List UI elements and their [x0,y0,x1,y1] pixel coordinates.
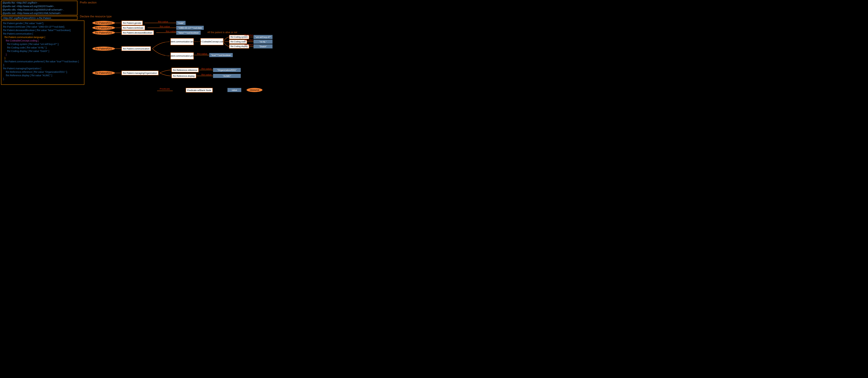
code-line: fhir:Patient.birthDate [ fhir:value "196… [2,25,83,28]
prefix-line: @prefix rdfs: <http://www.w3.org/2000/01… [1,8,77,11]
predicate-blank-node: fhir:Patient.communication [122,47,151,51]
value-node: "true"^^xsd:boolean [209,53,233,57]
code-line: fhir:Coding.display [ fhir:value "Dutch"… [2,49,83,53]
prefix-line: @prefix xsd: <http://www.w3.org/2001/XML… [1,11,77,15]
predicate-blank-node: fhir:Patient.managingOrganization [122,71,158,75]
predicate-blank-node: fhir:Patient.deceasedBoolean [122,30,154,35]
declare-box: <http://hl7.org/fhir/Patient/f201> a fhi… [1,16,78,20]
predicate-blank-node: fhir:Patient.birthDate [122,26,145,30]
legend-value: value [227,88,241,92]
predicate-blank-node: fhir:Patient.communication.language [170,38,194,45]
predicate-label: fhir:value [160,25,170,28]
code-line: fhir:Patient.communication.preferred [ f… [2,60,83,63]
predicate-blank-node: fhir:Patient.gender [122,21,143,25]
predicate-blank-node: fhir:Reference.display [172,74,196,78]
code-line: ]; [2,63,83,67]
resource-node: fhir:Patient/f201 [92,71,115,75]
predicate-label: fhir:value [202,73,212,76]
prefix-line: @prefix fhir: <http://hl7.org/fhir/> . [1,1,77,4]
body-box: fhir:Patient.gender [ fhir:value "male"]… [1,21,84,85]
predicate-label: fhir:value [158,20,168,23]
declare-type-label: Declare the resource type [80,15,112,18]
predicate-blank-node: fhir:Reference.reference [172,68,198,72]
value-node: "urn:ietf:bcp:47" [253,35,273,39]
value-node: "Organization/f201" [213,68,241,72]
predicate-label: fhir:value [244,34,253,36]
prefix-box: @prefix fhir: <http://hl7.org/fhir/> . @… [1,1,78,15]
code-line: fhir:Patient.managingOrganization [ [2,67,83,70]
value-node: "male" [176,21,186,25]
resource-node: fhir:Patient/f201 [92,31,115,35]
legend-predicate-blank: Predicate w/Blank Node [186,88,213,92]
code-line: fhir:Reference.display [ fhir:value "AUM… [2,74,83,77]
predicate-label: fhir:value [244,39,253,41]
legend-resource: resource [247,88,262,92]
resource-node: fhir:Patient/f201 [92,21,115,25]
prefix-section-label: Prefix section [80,1,96,4]
value-node: "false"^^xsd:boolean [176,31,201,35]
code-line: fhir:Coding.system [ fhir:value "urn:iet… [2,42,83,46]
code-line: ]; [2,56,83,60]
predicate-label: fhir:value [197,53,207,55]
code-line: fhir:Coding.code [ fhir:value "nl-NL" ]; [2,46,83,49]
alive-comment: #If the patient is alive or not [208,31,237,34]
predicate-label: fhir:value [202,67,212,70]
resource-node: fhir:Patient/f201 [92,47,115,51]
legend-predicate-line [157,91,173,91]
value-node: "Dutch" [253,44,273,49]
code-line: fhir:Patient.gender [ fhir:value "male"]… [2,22,83,25]
value-node: "nl-NL" [253,39,273,44]
predicate-label: fhir:value [166,30,176,33]
value-node: "AUMC" [213,74,241,78]
predicate-blank-node: fhir:Patient.communication.preferred [170,53,194,59]
value-node: "1960-03-13"^^xsd:date [176,26,204,30]
resource-node: fhir:Patient/f201 [92,26,115,30]
code-line: fhir:Patient.communication.language [ [2,35,83,39]
code-line: ] [2,53,83,56]
code-line: fhir:Patient.communication [ [2,32,83,35]
declare-line: <http://hl7.org/fhir/Patient/f201> a fhi… [1,16,77,20]
code-line: fhir:CodeableConcept.coding [ [2,39,83,42]
code-line: fhir:Reference.reference [ fhir:value "O… [2,70,83,74]
legend-predicate-label: Predicate [160,88,170,90]
code-line: fhir:Patient.deceasedBoolean [ fhir:valu… [2,28,83,32]
code-line: ] . [2,77,83,81]
prefix-line: @prefix owl: <http://www.w3.org/2002/07/… [1,4,77,8]
predicate-blank-node: fhir:CodeableConcept.coding [200,38,223,45]
predicate-label: fhir:value [244,43,253,46]
